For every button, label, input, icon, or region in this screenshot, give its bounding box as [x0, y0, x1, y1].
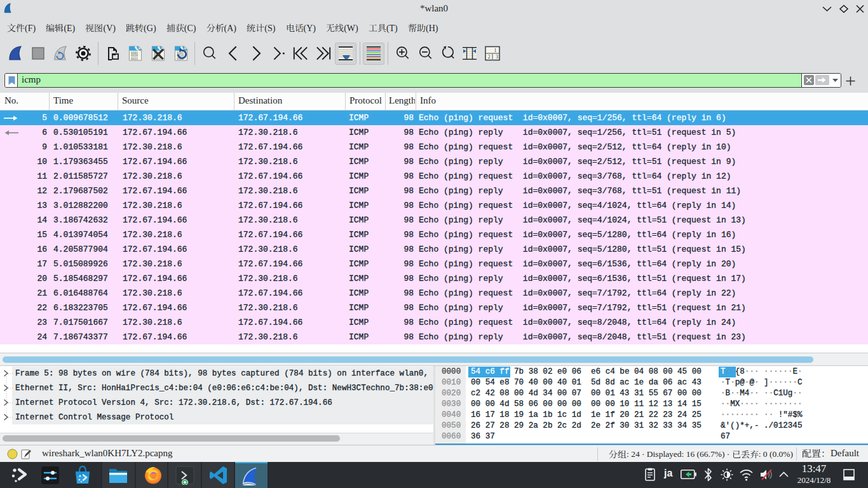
svg-text:1: 1	[494, 48, 496, 53]
svg-text:2: 2	[488, 54, 491, 60]
svg-text:3: 3	[496, 54, 498, 60]
svg-text:0111: 0111	[131, 57, 138, 60]
